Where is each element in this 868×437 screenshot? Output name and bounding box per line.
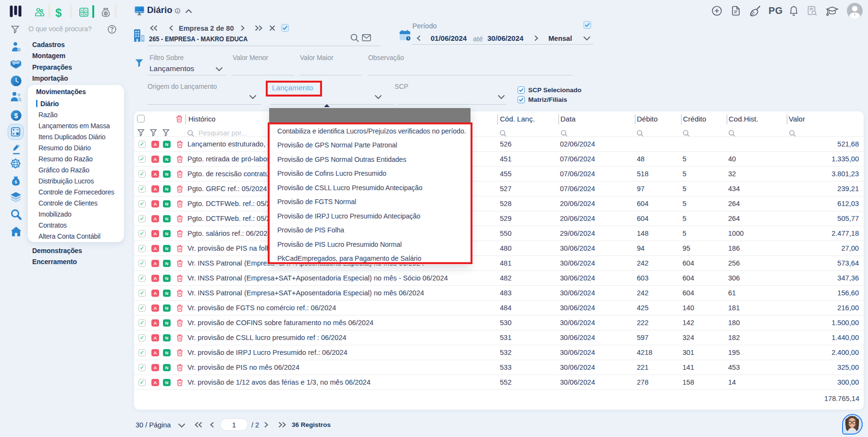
- svg-text:$: $: [14, 180, 17, 184]
- svg-text:S: S: [104, 12, 107, 16]
- svg-text:$: $: [14, 112, 18, 120]
